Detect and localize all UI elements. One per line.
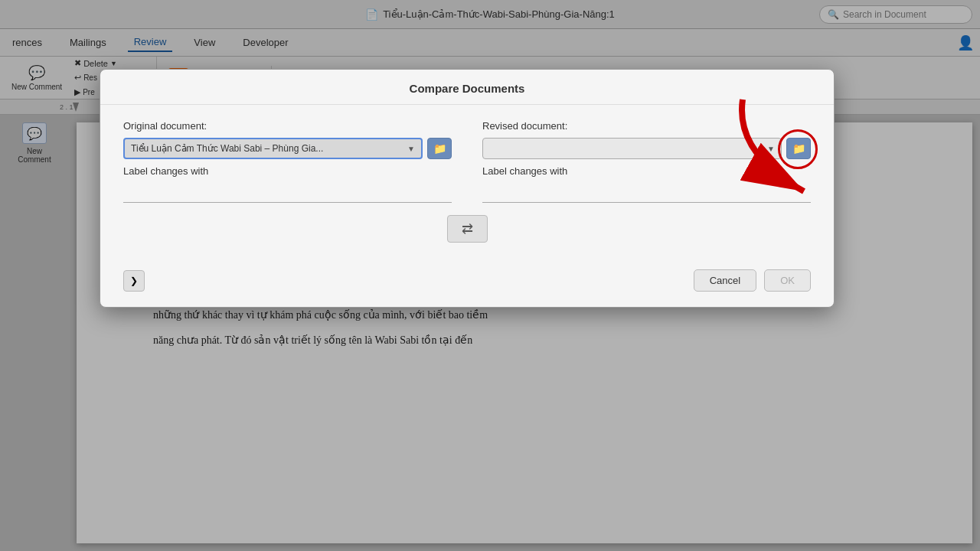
ok-button[interactable]: OK — [764, 269, 811, 292]
revised-doc-folder-btn[interactable]: 📁 — [786, 138, 811, 159]
label-changes-2-input[interactable] — [482, 183, 811, 203]
revised-doc-label: Revised document: — [482, 120, 811, 132]
chevron-down-icon: ❯ — [130, 276, 138, 286]
dialog-swap-row: ⇄ — [123, 215, 811, 243]
original-doc-label: Original document: — [123, 120, 452, 132]
original-doc-col: Original document: Tiểu Luận Cảm Thức Wa… — [123, 120, 452, 203]
folder-icon-2: 📁 — [792, 142, 805, 155]
revised-doc-arrow: ▼ — [767, 145, 775, 153]
swap-button[interactable]: ⇄ — [447, 215, 488, 243]
revised-doc-select-row: ▼ 📁 — [482, 138, 811, 159]
original-doc-value: Tiểu Luận Cảm Thức Wabi Sabi – Phùng Gia… — [131, 143, 404, 154]
label-changes-2-row: Label changes with — [482, 165, 811, 203]
compare-documents-dialog: Compare Documents Original document: Tiể… — [100, 69, 835, 308]
dialog-footer-right: Cancel OK — [694, 269, 811, 292]
label-changes-1-input[interactable] — [123, 183, 452, 203]
label-changes-2-label: Label changes with — [482, 165, 811, 177]
label-changes-1-row: Label changes with — [123, 165, 452, 203]
cancel-button[interactable]: Cancel — [694, 269, 756, 292]
dialog-body: Original document: Tiểu Luận Cảm Thức Wa… — [100, 105, 834, 269]
folder-icon-1: 📁 — [433, 142, 446, 155]
original-doc-select-row: Tiểu Luận Cảm Thức Wabi Sabi – Phùng Gia… — [123, 138, 452, 159]
original-doc-arrow: ▼ — [407, 145, 415, 153]
dialog-title: Compare Documents — [100, 70, 834, 105]
revised-doc-col: Revised document: ▼ 📁 Label changes with — [482, 120, 811, 203]
label-changes-1-label: Label changes with — [123, 165, 452, 177]
revised-doc-dropdown[interactable]: ▼ — [482, 138, 782, 159]
dialog-footer-left: ❯ — [123, 270, 145, 292]
dialog-footer: ❯ Cancel OK — [100, 269, 834, 292]
expand-button[interactable]: ❯ — [123, 270, 145, 292]
original-doc-folder-btn[interactable]: 📁 — [427, 138, 452, 159]
original-doc-dropdown[interactable]: Tiểu Luận Cảm Thức Wabi Sabi – Phùng Gia… — [123, 138, 423, 159]
dialog-docs-row: Original document: Tiểu Luận Cảm Thức Wa… — [123, 120, 811, 203]
